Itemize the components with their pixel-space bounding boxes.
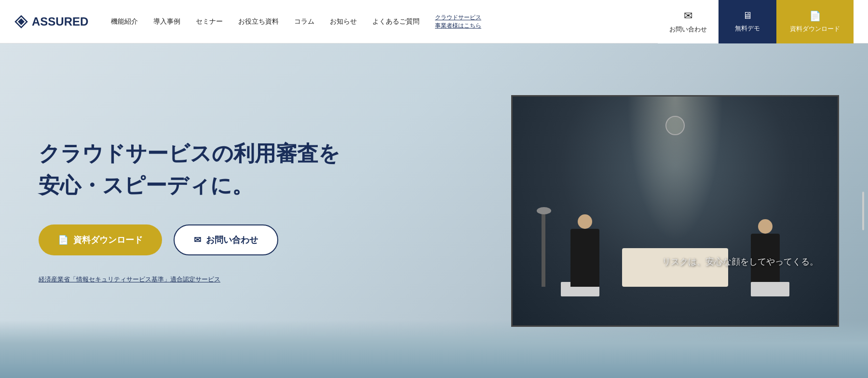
person-left-body bbox=[570, 229, 599, 287]
hero-content: クラウドサービスの利用審査を 安心・スピーディに。 📄 資料ダウンロード ✉ お… bbox=[0, 138, 511, 284]
scrollbar[interactable] bbox=[862, 192, 864, 230]
person-left-head bbox=[578, 214, 592, 229]
video-scene: リスクは、安心な顔をしてやってくる。 bbox=[513, 97, 838, 325]
header-contact-button[interactable]: ✉ お問い合わせ bbox=[658, 0, 719, 43]
nav-item-features[interactable]: 機能紹介 bbox=[111, 17, 138, 26]
logo[interactable]: ASSURED bbox=[14, 15, 92, 28]
cloud-service-line2: 事業者様はこちら bbox=[435, 22, 481, 29]
floor-lamp bbox=[542, 210, 545, 287]
nav-item-faq[interactable]: よくあるご質問 bbox=[372, 17, 420, 26]
header-demo-button[interactable]: 🖥 無料デモ bbox=[719, 0, 776, 43]
hero-certification-link[interactable]: 経済産業省「情報セキュリティサービス基準」適合認定サービス bbox=[39, 276, 220, 283]
contact-label: お問い合わせ bbox=[669, 25, 707, 34]
hero-title-line1: クラウドサービスの利用審査を bbox=[39, 141, 340, 165]
header: ASSURED 機能紹介 導入事例 セミナー お役立ち資料 コラム お知らせ よ… bbox=[0, 0, 868, 43]
logo-text: ASSURED bbox=[32, 15, 88, 28]
envelope-icon: ✉ bbox=[684, 10, 692, 22]
person-right-head bbox=[758, 219, 773, 234]
document-icon: 📄 bbox=[809, 10, 821, 22]
lamp-head bbox=[537, 207, 551, 214]
person-left bbox=[570, 229, 599, 287]
office-table bbox=[622, 248, 728, 287]
monitor-icon: 🖥 bbox=[743, 10, 752, 21]
demo-label: 無料デモ bbox=[735, 24, 760, 33]
nav-cloud-service-link[interactable]: クラウドサービス 事業者様はこちら bbox=[435, 14, 481, 30]
hero-download-button[interactable]: 📄 資料ダウンロード bbox=[39, 224, 162, 255]
chair-right bbox=[751, 282, 789, 296]
main-nav: 機能紹介 導入事例 セミナー お役立ち資料 コラム お知らせ よくあるご質問 ク… bbox=[111, 14, 658, 30]
hero-title: クラウドサービスの利用審査を 安心・スピーディに。 bbox=[39, 138, 473, 201]
btn-document-icon: 📄 bbox=[58, 235, 68, 245]
hero-contact-label: お問い合わせ bbox=[206, 234, 258, 246]
nav-item-seminar[interactable]: セミナー bbox=[196, 17, 223, 26]
logo-icon bbox=[14, 15, 28, 28]
video-overlay-text: リスクは、安心な顔をしてやってくる。 bbox=[662, 256, 818, 267]
download-label: 資料ダウンロード bbox=[790, 25, 840, 33]
hero-video-area: リスクは、安心な顔をしてやってくる。 bbox=[511, 95, 839, 327]
hero-section: クラウドサービスの利用審査を 安心・スピーディに。 📄 資料ダウンロード ✉ お… bbox=[0, 43, 868, 378]
nav-item-resources[interactable]: お役立ち資料 bbox=[238, 17, 279, 26]
nav-item-cases[interactable]: 導入事例 bbox=[153, 17, 180, 26]
nav-item-column[interactable]: コラム bbox=[294, 17, 314, 26]
video-frame[interactable]: リスクは、安心な顔をしてやってくる。 bbox=[511, 95, 839, 327]
hero-title-line2: 安心・スピーディに。 bbox=[39, 173, 253, 197]
wall-clock bbox=[665, 116, 685, 135]
cloud-service-line1: クラウドサービス bbox=[435, 14, 481, 21]
nav-item-news[interactable]: お知らせ bbox=[330, 17, 357, 26]
header-actions: ✉ お問い合わせ 🖥 無料デモ 📄 資料ダウンロード bbox=[658, 0, 854, 43]
hero-contact-button[interactable]: ✉ お問い合わせ bbox=[174, 224, 278, 255]
btn-envelope-icon: ✉ bbox=[194, 235, 201, 245]
hero-download-label: 資料ダウンロード bbox=[73, 234, 143, 246]
hero-buttons: 📄 資料ダウンロード ✉ お問い合わせ bbox=[39, 224, 473, 255]
header-download-button[interactable]: 📄 資料ダウンロード bbox=[776, 0, 854, 43]
